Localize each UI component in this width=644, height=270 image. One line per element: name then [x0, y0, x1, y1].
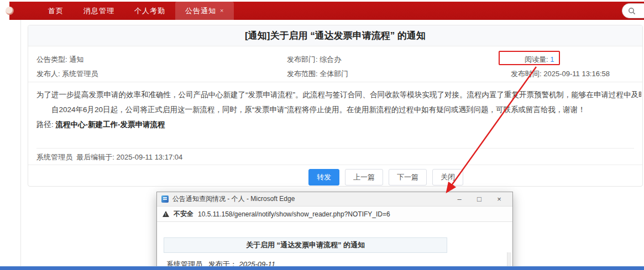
- logo-badge-icon: [6, 7, 14, 15]
- previous-button[interactable]: 上一篇: [345, 169, 383, 186]
- announcement-body: 为了进一步提高发票申请的效率和准确性，公司产品中心新建了“发票申请流程”。此流程…: [36, 87, 641, 132]
- meta-dept-value: 综合办: [320, 55, 341, 63]
- divider: [36, 148, 634, 149]
- meta-scope: 发布范围: 全体部门: [287, 69, 348, 79]
- path-value: 流程中心-新建工作-发票申请流程: [56, 120, 165, 129]
- insecure-warning-icon: !: [163, 211, 169, 217]
- meta-dept-label: 发布部门:: [287, 55, 318, 63]
- close-button[interactable]: 关闭: [432, 169, 463, 186]
- window-controls: – □ ×: [449, 192, 509, 207]
- meta-type: 公告类型: 通知: [36, 55, 83, 65]
- meta-time-label: 发布时间:: [511, 70, 542, 78]
- edge-popup-window: 公告通知查阅情况 - 个人 - Microsoft Edge – □ × ! 不…: [156, 192, 513, 270]
- meta-time-value: 2025-09-11 13:16:58: [543, 70, 610, 78]
- last-edited-line: 系统管理员 最后编辑于: 2025-09-11 13:17:04: [36, 152, 182, 162]
- forward-button[interactable]: 转发: [308, 169, 339, 186]
- announcement-card: [通知]关于启用 “通达发票申请流程” 的通知 公告类型: 通知 发布部门: 综…: [28, 25, 643, 187]
- nav-item-home[interactable]: 首页: [38, 2, 74, 20]
- divider: [28, 165, 642, 165]
- nav-item-attendance[interactable]: 个人考勤: [124, 2, 175, 20]
- nav-item-messages[interactable]: 消息管理: [74, 2, 124, 20]
- popup-titlebar[interactable]: 公告通知查阅情况 - 个人 - Microsoft Edge – □ ×: [157, 192, 512, 207]
- read-count-highlight-box: [499, 51, 560, 65]
- meta-type-label: 公告类型:: [36, 55, 67, 63]
- next-button[interactable]: 下一篇: [389, 169, 427, 186]
- popup-content-title: 关于启用 “通达发票申请流程” 的通知: [164, 237, 447, 253]
- meta-publisher: 发布人: 系统管理员: [36, 69, 98, 79]
- meta-dept: 发布部门: 综合办: [287, 55, 341, 65]
- body-paragraph-2: 自2024年6月20日起，公司将正式启用这一新流程，同时，原“发票申请”流程将停…: [36, 102, 641, 117]
- nav-item-label: 公告通知: [185, 2, 216, 20]
- body-paragraph-1: 为了进一步提高发票申请的效率和准确性，公司产品中心新建了“发票申请流程”。此流程…: [36, 87, 641, 102]
- tab-close-icon[interactable]: ×: [220, 8, 224, 14]
- page-favicon-icon: [161, 195, 169, 203]
- page: 首页 消息管理 个人考勤 公告通知 × [通知]关于启用 “通达发票申请流程” …: [0, 0, 644, 270]
- action-buttons: 转发 上一篇 下一篇 关闭: [308, 169, 463, 186]
- meta-scope-label: 发布范围:: [287, 70, 318, 78]
- maximize-button[interactable]: □: [469, 192, 489, 207]
- meta-publisher-value: 系统管理员: [62, 70, 98, 78]
- search-icon: [628, 7, 636, 15]
- popup-window-title: 公告通知查阅情况 - 个人 - Microsoft Edge: [172, 194, 295, 204]
- path-label: 路径:: [36, 120, 54, 129]
- close-window-button[interactable]: ×: [489, 192, 509, 207]
- meta-time: 发布时间: 2025-09-11 13:16:58: [511, 69, 610, 79]
- popup-address-bar[interactable]: ! 不安全 10.5.11.158/general/notify/show/sh…: [157, 207, 512, 222]
- announcement-title: [通知]关于启用 “通达发票申请流程” 的通知: [28, 25, 642, 46]
- body-path-line: 路径: 流程中心-新建工作-发票申请流程: [36, 117, 641, 132]
- meta-scope-value: 全体部门: [320, 70, 348, 78]
- edited-time: 2025-09-11 13:17:04: [116, 153, 182, 161]
- edited-label: 最后编辑于:: [76, 153, 114, 161]
- popup-content: 关于启用 “通达发票申请流程” 的通知 系统管理员 发布于： 2025-09-1…: [157, 222, 512, 270]
- nav-item-announcements[interactable]: 公告通知 ×: [175, 2, 234, 20]
- nav-tabs: 首页 消息管理 个人考勤 公告通知 ×: [38, 2, 234, 20]
- search-box[interactable]: [622, 3, 644, 18]
- security-label: 不安全: [174, 209, 193, 219]
- page-edge-divider: [20, 20, 21, 270]
- top-navbar: 首页 消息管理 个人考勤 公告通知 ×: [9, 2, 644, 20]
- url-text: 10.5.11.158/general/notify/show/show_rea…: [198, 210, 390, 218]
- meta-type-value: 通知: [69, 55, 83, 63]
- minimize-button[interactable]: –: [449, 192, 469, 207]
- bottom-window-edge: [0, 266, 644, 270]
- editor-name: 系统管理员: [36, 153, 72, 161]
- meta-publisher-label: 发布人:: [36, 70, 60, 78]
